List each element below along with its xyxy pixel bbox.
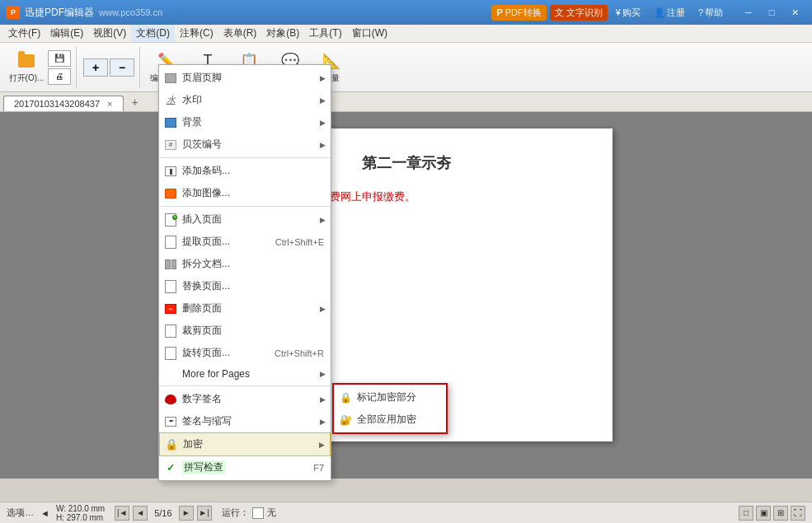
zoom-group: + − — [83, 47, 140, 88]
menu-item-delete-page[interactable]: − 删除页面 — [159, 297, 331, 320]
submenu-item-apply-encrypt[interactable]: 🔐 全部应用加密 — [334, 409, 446, 431]
status-bar: 选项… ◄ W: 210.0 mm H: 297.0 mm |◄ ◄ 5/16 … — [0, 502, 812, 523]
arrow-left-icon: ◄ — [40, 508, 49, 518]
close-button[interactable]: ✕ — [784, 4, 805, 21]
menu-item-insert-page[interactable]: + 插入页面 — [159, 208, 331, 231]
barcode-icon: ||| — [162, 164, 179, 179]
crop-page-icon — [162, 324, 179, 339]
page-next-button[interactable]: ► — [179, 506, 194, 521]
menu-item-encrypt[interactable]: 🔒 加密 — [159, 432, 331, 456]
replace-page-icon — [162, 279, 179, 294]
menu-item-crop-page[interactable]: 裁剪页面 — [159, 320, 331, 342]
minimize-button[interactable]: ─ — [738, 4, 759, 21]
image-icon — [162, 186, 179, 201]
view-thumb-button[interactable]: ⊞ — [773, 506, 788, 521]
menu-object[interactable]: 对象(B) — [261, 25, 304, 42]
app-logo: P — [7, 6, 20, 19]
zoom-out-button[interactable]: − — [110, 58, 134, 77]
header-footer-icon — [162, 71, 179, 86]
menu-tools[interactable]: 工具(T) — [304, 25, 346, 42]
view-single-button[interactable]: □ — [739, 506, 753, 521]
page-last-button[interactable]: ►| — [197, 506, 212, 521]
insert-page-icon: + — [162, 212, 179, 227]
maximize-button[interactable]: □ — [761, 4, 782, 21]
mark-encrypt-icon: 🔒 — [337, 390, 354, 405]
buy-btn[interactable]: ¥ 购买 — [611, 5, 645, 21]
digital-sig-icon — [162, 392, 179, 407]
submenu-item-mark-encrypt[interactable]: 🔒 标记加密部分 — [334, 386, 446, 409]
page-first-button[interactable]: |◄ — [115, 506, 129, 521]
tab-close-icon[interactable]: × — [107, 99, 112, 109]
signature-icon: ✒ — [162, 414, 179, 429]
menu-item-header-footer[interactable]: 页眉页脚 — [159, 67, 331, 89]
divider-2 — [159, 206, 331, 207]
delete-page-icon: − — [162, 301, 179, 316]
view-full-button[interactable]: ⛶ — [791, 506, 805, 521]
background-icon — [162, 115, 179, 130]
page-info: 5/16 — [154, 508, 171, 518]
tab-document[interactable]: 20170103143208437 × — [3, 96, 124, 111]
menu-item-more-for-pages[interactable]: More for Pages — [159, 364, 331, 384]
apply-encrypt-icon: 🔐 — [337, 413, 354, 427]
menu-item-barcode[interactable]: ||| 添加条码... — [159, 160, 331, 182]
extract-page-icon — [162, 235, 179, 250]
save-button[interactable]: 💾 — [48, 50, 71, 67]
more-pages-icon — [162, 367, 179, 381]
menu-item-image[interactable]: 添加图像... — [159, 182, 331, 204]
options-label[interactable]: 选项… — [7, 507, 34, 519]
menu-item-digital-signature[interactable]: 数字签名 — [159, 388, 331, 410]
menu-item-background[interactable]: 背景 — [159, 111, 331, 133]
encrypt-submenu: 🔒 标记加密部分 🔐 全部应用加密 — [332, 383, 448, 434]
pdf-convert-btn[interactable]: P PDF转换 — [491, 5, 546, 21]
menu-file[interactable]: 文件(F) — [3, 25, 45, 42]
watermark-site: www.pco359.cn — [99, 7, 162, 17]
run-section: 运行： 无 — [222, 507, 276, 519]
menu-item-signature[interactable]: ✒ 签名与缩写 — [159, 410, 331, 432]
status-right: □ ▣ ⊞ ⛶ — [739, 506, 805, 521]
menu-window[interactable]: 窗口(W) — [347, 25, 392, 42]
status-left: 选项… ◄ W: 210.0 mm H: 297.0 mm — [7, 504, 105, 522]
menu-bar: 文件(F) 编辑(E) 视图(V) 文档(D) 注释(C) 表单(R) 对象(B… — [0, 25, 812, 43]
menu-document[interactable]: 文档(D) — [131, 25, 175, 42]
icon-toolbar: 打开(O)... 💾 🖨 + − ✏️ 编辑内容 T 添加文本 📋 编辑表单 — [0, 43, 812, 92]
menu-annotate[interactable]: 注释(C) — [175, 25, 218, 42]
register-btn[interactable]: 👤 注册 — [649, 5, 690, 21]
app-title: 迅捷PDF编辑器 — [25, 6, 94, 20]
menu-item-watermark[interactable]: 水 水印 — [159, 89, 331, 111]
none-label: 无 — [267, 507, 276, 519]
run-checkbox[interactable] — [252, 507, 264, 519]
tab-bar: 20170103143208437 × + — [0, 92, 812, 112]
open-group: 打开(O)... 💾 🖨 — [7, 47, 77, 88]
menu-item-spellcheck[interactable]: ✓ 拼写检查 F7 — [159, 456, 331, 479]
spellcheck-icon: ✓ — [162, 460, 179, 475]
divider-1 — [159, 157, 331, 158]
run-label: 运行： — [222, 507, 249, 519]
menu-item-rotate-page[interactable]: 旋转页面... Ctrl+Shift+R — [159, 342, 331, 364]
help-btn[interactable]: ? 帮助 — [693, 5, 728, 21]
ocr-btn[interactable]: 文 文字识别 — [550, 5, 608, 21]
menu-item-bates[interactable]: # 贝茨编号 — [159, 133, 331, 156]
menu-item-split[interactable]: 拆分文档... — [159, 253, 331, 275]
dimensions-label: W: 210.0 mm H: 297.0 mm — [56, 504, 105, 522]
open-button[interactable]: 打开(O)... — [7, 49, 46, 86]
title-bar: P 迅捷PDF编辑器 www.pco359.cn P PDF转换 文 文字识别 … — [0, 0, 812, 25]
bates-icon: # — [162, 138, 179, 152]
menu-edit[interactable]: 编辑(E) — [45, 25, 88, 42]
document-menu: 页眉页脚 水 水印 背景 # 贝茨编号 ||| 添加条码... 添加图像... … — [158, 64, 331, 481]
menu-item-extract-page[interactable]: 提取页面... Ctrl+Shift+E — [159, 231, 331, 253]
status-nav: |◄ ◄ 5/16 ► ►| — [115, 506, 211, 521]
encrypt-icon: 🔒 — [163, 437, 180, 452]
tab-add-button[interactable]: + — [125, 93, 145, 111]
view-buttons: □ ▣ ⊞ ⛶ — [739, 506, 805, 521]
menu-item-replace-page[interactable]: 替换页面... — [159, 275, 331, 297]
view-double-button[interactable]: ▣ — [756, 506, 771, 521]
split-icon — [162, 257, 179, 272]
watermark-icon: 水 — [162, 93, 179, 108]
divider-3 — [159, 385, 331, 386]
page-prev-button[interactable]: ◄ — [133, 506, 148, 521]
menu-form[interactable]: 表单(R) — [218, 25, 262, 42]
menu-view[interactable]: 视图(V) — [88, 25, 131, 42]
rotate-page-icon — [162, 346, 179, 361]
print-button[interactable]: 🖨 — [48, 68, 71, 85]
zoom-in-button[interactable]: + — [83, 58, 108, 77]
